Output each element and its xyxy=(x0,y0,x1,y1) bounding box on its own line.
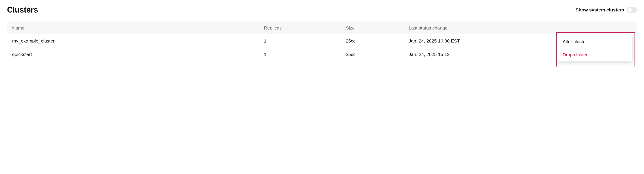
alter-cluster-menu-item[interactable]: Alter cluster xyxy=(557,35,632,48)
show-system-clusters-toggle[interactable] xyxy=(627,7,637,13)
cell-size: 25cc xyxy=(341,48,404,61)
cell-replicas: 1 xyxy=(259,48,341,61)
table-row: my_example_cluster 1 25cc Jan. 24, 2025 … xyxy=(7,34,637,48)
cell-replicas: 1 xyxy=(259,34,341,48)
cell-name: my_example_cluster xyxy=(7,34,259,48)
column-header-size: Size xyxy=(341,22,404,34)
drop-cluster-menu-item[interactable]: Drop cluster xyxy=(557,48,632,61)
table-row: quickstart 1 25cc Jan. 24, 2025 15:12 ⋮ xyxy=(7,48,637,61)
cell-name: quickstart xyxy=(7,48,259,61)
column-header-replicas: Replicas xyxy=(259,22,341,34)
show-system-clusters-label: Show system clusters xyxy=(576,7,624,12)
column-header-name: Name xyxy=(7,22,259,34)
clusters-table: Name Replicas Size Last status change my… xyxy=(7,21,637,61)
page-title: Clusters xyxy=(7,5,38,14)
cell-size: 25cc xyxy=(341,34,404,48)
column-header-last-status-change: Last status change xyxy=(404,22,592,34)
column-header-actions xyxy=(592,22,637,34)
row-actions-menu: Alter cluster Drop cluster xyxy=(557,35,632,61)
